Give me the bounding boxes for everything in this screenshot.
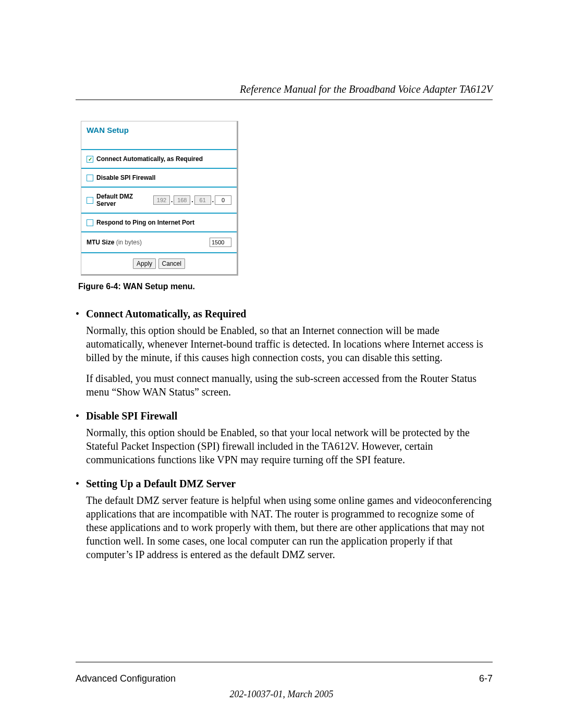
page: Reference Manual for the Broadband Voice… xyxy=(0,0,563,728)
label-mtu: MTU Size (in bytes) xyxy=(87,239,142,246)
dot-icon: . xyxy=(171,196,173,204)
footer-section: Advanced Configuration xyxy=(76,673,176,684)
figure-caption: Figure 6-4: WAN Setup menu. xyxy=(78,282,493,291)
mtu-label-light: (in bytes) xyxy=(114,239,142,246)
dmz-ip-group: . . . xyxy=(153,195,231,205)
manual-title: Reference Manual for the Broadband Voice… xyxy=(76,83,493,95)
checkbox-default-dmz[interactable] xyxy=(87,197,93,204)
list-item: Disable SPI Firewall Normally, this opti… xyxy=(86,409,493,466)
dmz-ip-octet-3[interactable] xyxy=(194,195,211,205)
dmz-ip-octet-4[interactable] xyxy=(215,195,231,205)
wan-setup-panel: WAN Setup ✓ Connect Automatically, as Re… xyxy=(81,121,238,276)
item-title: Setting Up a Default DMZ Server xyxy=(86,477,493,490)
mtu-input[interactable] xyxy=(210,238,231,247)
bullet-list: Connect Automatically, as Required Norma… xyxy=(76,307,493,561)
item-paragraph: Normally, this option should be Enabled,… xyxy=(86,324,493,364)
dmz-ip-octet-2[interactable] xyxy=(174,195,190,205)
item-title: Connect Automatically, as Required xyxy=(86,307,493,320)
checkbox-connect-auto[interactable]: ✓ xyxy=(87,156,93,163)
apply-button[interactable]: Apply xyxy=(133,258,156,269)
label-respond-ping: Respond to Ping on Internet Port xyxy=(96,219,194,226)
dmz-ip-octet-1[interactable] xyxy=(153,195,170,205)
label-disable-spi: Disable SPI Firewall xyxy=(96,174,155,181)
panel-button-row: Apply Cancel xyxy=(81,253,237,274)
dot-icon: . xyxy=(212,196,214,204)
page-number: 6-7 xyxy=(479,673,493,684)
page-footer: Advanced Configuration 6-7 xyxy=(76,673,493,684)
mtu-label-bold: MTU Size xyxy=(87,239,114,246)
cancel-button[interactable]: Cancel xyxy=(158,258,185,269)
row-mtu: MTU Size (in bytes) xyxy=(81,232,237,253)
row-connect-auto: ✓ Connect Automatically, as Required xyxy=(81,150,237,169)
item-title: Disable SPI Firewall xyxy=(86,409,493,423)
footer-rule xyxy=(76,662,493,662)
list-item: Setting Up a Default DMZ Server The defa… xyxy=(86,477,493,561)
panel-title: WAN Setup xyxy=(81,121,237,150)
header-rule xyxy=(76,100,493,100)
dot-icon: . xyxy=(191,196,193,204)
item-paragraph: Normally, this option should be Enabled,… xyxy=(86,426,493,466)
item-paragraph: The default DMZ server feature is helpfu… xyxy=(86,493,493,561)
row-default-dmz: Default DMZ Server . . . xyxy=(81,188,237,214)
checkbox-disable-spi[interactable] xyxy=(87,175,93,181)
label-default-dmz: Default DMZ Server xyxy=(96,193,148,207)
item-paragraph: If disabled, you must connect manually, … xyxy=(86,372,493,399)
doc-id: 202-10037-01, March 2005 xyxy=(0,689,563,700)
row-disable-spi: Disable SPI Firewall xyxy=(81,169,237,188)
label-connect-auto: Connect Automatically, as Required xyxy=(96,155,203,163)
row-respond-ping: Respond to Ping on Internet Port xyxy=(81,214,237,232)
checkbox-respond-ping[interactable] xyxy=(87,219,93,226)
list-item: Connect Automatically, as Required Norma… xyxy=(86,307,493,399)
